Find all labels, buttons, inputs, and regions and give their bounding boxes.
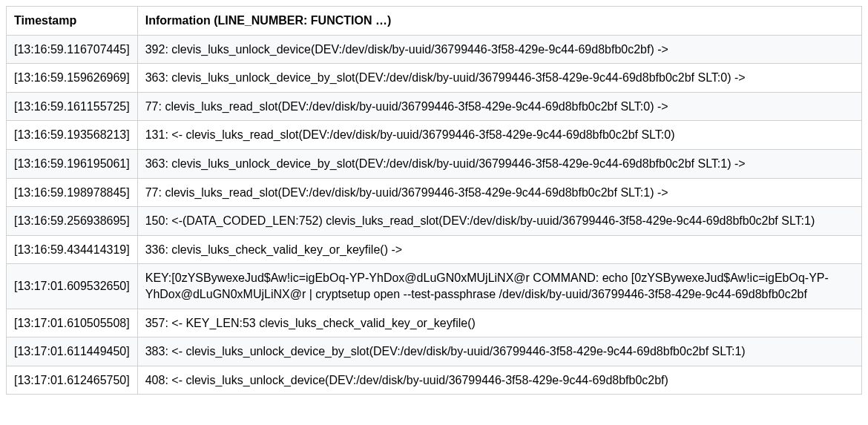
- timestamp-cell: [13:17:01.609532650]: [7, 264, 138, 309]
- information-cell: 131: <- clevis_luks_read_slot(DEV:/dev/d…: [137, 121, 861, 150]
- timestamp-cell: [13:16:59.161155725]: [7, 92, 138, 121]
- table-row: [13:16:59.161155725]77: clevis_luks_read…: [7, 92, 862, 121]
- information-cell: 357: <- KEY_LEN:53 clevis_luks_check_val…: [137, 309, 861, 337]
- table-row: [13:16:59.196195061]363: clevis_luks_unl…: [7, 149, 862, 178]
- table-row: [13:16:59.256938695]150: <-(DATA_CODED_L…: [7, 207, 862, 236]
- timestamp-cell: [13:16:59.159626969]: [7, 64, 138, 93]
- timestamp-cell: [13:17:01.612465750]: [7, 366, 138, 395]
- timestamp-cell: [13:16:59.434414319]: [7, 235, 138, 264]
- information-cell: 77: clevis_luks_read_slot(DEV:/dev/disk/…: [137, 178, 861, 207]
- table-row: [13:17:01.609532650]KEY:[0zYSBywexeJud$A…: [7, 264, 862, 309]
- information-cell: 408: <- clevis_luks_unlock_device(DEV:/d…: [137, 366, 861, 395]
- information-cell: 77: clevis_luks_read_slot(DEV:/dev/disk/…: [137, 92, 861, 121]
- table-row: [13:17:01.611449450]383: <- clevis_luks_…: [7, 337, 862, 366]
- column-header-timestamp: Timestamp: [7, 7, 138, 36]
- timestamp-cell: [13:16:59.193568213]: [7, 121, 138, 150]
- timestamp-cell: [13:16:59.116707445]: [7, 35, 138, 64]
- table-row: [13:16:59.193568213]131: <- clevis_luks_…: [7, 121, 862, 150]
- table-row: [13:16:59.198978845]77: clevis_luks_read…: [7, 178, 862, 207]
- timestamp-cell: [13:17:01.611449450]: [7, 337, 138, 366]
- information-cell: KEY:[0zYSBywexeJud$Aw!ic=igEbOq-YP-YhDox…: [137, 264, 861, 309]
- table-row: [13:17:01.612465750]408: <- clevis_luks_…: [7, 366, 862, 395]
- information-cell: 150: <-(DATA_CODED_LEN:752) clevis_luks_…: [137, 207, 861, 236]
- table-row: [13:17:01.610505508]357: <- KEY_LEN:53 c…: [7, 309, 862, 337]
- timestamp-cell: [13:17:01.610505508]: [7, 309, 138, 337]
- table-header-row: Timestamp Information (LINE_NUMBER: FUNC…: [7, 7, 862, 36]
- information-cell: 383: <- clevis_luks_unlock_device_by_slo…: [137, 337, 861, 366]
- table-row: [13:16:59.116707445]392: clevis_luks_unl…: [7, 35, 862, 64]
- timestamp-cell: [13:16:59.196195061]: [7, 149, 138, 178]
- table-row: [13:16:59.159626969]363: clevis_luks_unl…: [7, 64, 862, 93]
- column-header-information: Information (LINE_NUMBER: FUNCTION …): [137, 7, 861, 36]
- timestamp-cell: [13:16:59.198978845]: [7, 178, 138, 207]
- information-cell: 336: clevis_luks_check_valid_key_or_keyf…: [137, 235, 861, 264]
- information-cell: 363: clevis_luks_unlock_device_by_slot(D…: [137, 64, 861, 93]
- information-cell: 363: clevis_luks_unlock_device_by_slot(D…: [137, 149, 861, 178]
- log-table: Timestamp Information (LINE_NUMBER: FUNC…: [6, 6, 862, 395]
- table-row: [13:16:59.434414319]336: clevis_luks_che…: [7, 235, 862, 264]
- timestamp-cell: [13:16:59.256938695]: [7, 207, 138, 236]
- information-cell: 392: clevis_luks_unlock_device(DEV:/dev/…: [137, 35, 861, 64]
